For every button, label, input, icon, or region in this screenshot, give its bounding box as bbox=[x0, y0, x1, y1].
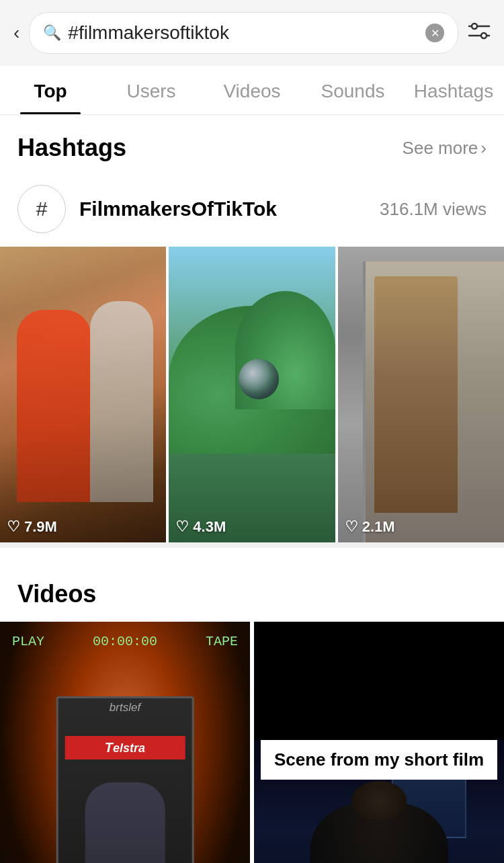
videos-section: Videos PLAY 00:00:00 TAPE Telstra brtsle… bbox=[0, 548, 504, 863]
thumbnail-3-overlay: ♡ 2.1M bbox=[345, 518, 395, 536]
videos-grid: PLAY 00:00:00 TAPE Telstra brtslef bbox=[0, 622, 504, 863]
videos-section-title: Videos bbox=[17, 580, 96, 608]
hashtag-icon: # bbox=[17, 185, 66, 233]
thumbnails-grid: ♡ 7.9M ♡ 4.3M ♡ 2.1M bbox=[0, 247, 504, 542]
thumbnail-1-likes: 7.9M bbox=[24, 518, 57, 536]
heart-icon-3: ♡ bbox=[345, 518, 358, 536]
clear-icon: ✕ bbox=[431, 27, 439, 40]
search-icon: 🔍 bbox=[43, 24, 61, 42]
thumbnail-2-overlay: ♡ 4.3M bbox=[175, 518, 226, 536]
search-bar: ‹ 🔍 #filmmakersoftiktok ✕ bbox=[0, 0, 504, 66]
thumbnail-2[interactable]: ♡ 4.3M bbox=[169, 247, 335, 542]
filter-button[interactable] bbox=[468, 22, 491, 45]
tab-hashtags[interactable]: Hashtags bbox=[403, 66, 504, 114]
section-separator bbox=[0, 542, 504, 548]
search-input-wrap[interactable]: 🔍 #filmmakersoftiktok ✕ bbox=[29, 12, 458, 54]
hashtags-section-header: Hashtags See more › bbox=[0, 115, 504, 175]
svg-point-2 bbox=[472, 24, 477, 29]
back-button[interactable]: ‹ bbox=[13, 22, 19, 44]
heart-icon-1: ♡ bbox=[7, 518, 20, 536]
vhs-tape-label: TAPE bbox=[206, 634, 238, 649]
vhs-header: PLAY 00:00:00 TAPE bbox=[0, 634, 250, 649]
videos-section-header: Videos bbox=[0, 561, 504, 622]
svg-point-3 bbox=[481, 33, 487, 38]
thumbnail-3-likes: 2.1M bbox=[362, 518, 395, 536]
thumbnail-1[interactable]: ♡ 7.9M bbox=[0, 247, 166, 542]
hashtags-section-title: Hashtags bbox=[17, 134, 126, 162]
thumbnail-1-overlay: ♡ 7.9M bbox=[7, 518, 57, 536]
tab-videos[interactable]: Videos bbox=[202, 66, 302, 114]
hashtag-name: FilmmakersOfTikTok bbox=[79, 198, 366, 220]
video-item-1[interactable]: PLAY 00:00:00 TAPE Telstra brtslef bbox=[0, 622, 250, 863]
phone-booth: Telstra brtslef bbox=[56, 696, 194, 863]
vhs-play-label: PLAY bbox=[12, 634, 44, 649]
video-item-2[interactable]: Scene from my short film bbox=[254, 622, 504, 863]
hashtag-views: 316.1M views bbox=[380, 199, 487, 220]
phone-booth-sign: Telstra bbox=[65, 736, 185, 759]
search-query: #filmmakersoftiktok bbox=[68, 22, 419, 44]
thumbnail-3[interactable]: ♡ 2.1M bbox=[338, 247, 504, 542]
filter-icon bbox=[468, 22, 491, 40]
thumbnail-2-likes: 4.3M bbox=[193, 518, 226, 536]
hashtag-row[interactable]: # FilmmakersOfTikTok 316.1M views bbox=[0, 175, 504, 247]
clear-button[interactable]: ✕ bbox=[425, 24, 444, 42]
tab-users[interactable]: Users bbox=[101, 66, 202, 114]
tab-sounds[interactable]: Sounds bbox=[302, 66, 403, 114]
tabs-container: Top Users Videos Sounds Hashtags bbox=[0, 66, 504, 115]
tab-top[interactable]: Top bbox=[0, 66, 101, 114]
heart-icon-2: ♡ bbox=[175, 518, 189, 536]
video-2-label: Scene from my short film bbox=[261, 740, 497, 780]
see-more-button[interactable]: See more › bbox=[403, 138, 487, 159]
phone-booth-person bbox=[85, 782, 165, 863]
vhs-time-label: 00:00:00 bbox=[93, 634, 157, 649]
